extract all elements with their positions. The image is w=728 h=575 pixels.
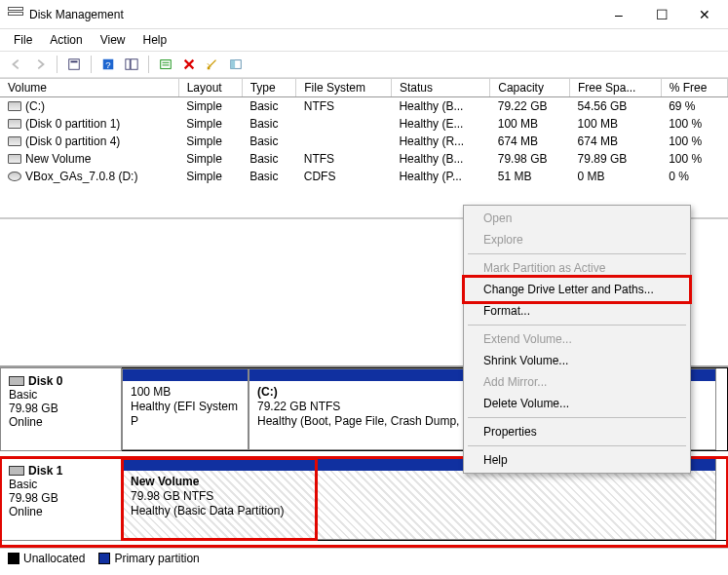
disk-icon bbox=[8, 119, 21, 129]
cell: Healthy (E... bbox=[391, 115, 489, 133]
cell: Healthy (R... bbox=[391, 133, 489, 150]
context-menu-item: Open bbox=[466, 208, 688, 229]
menu-separator bbox=[468, 417, 686, 418]
cell: 100 MB bbox=[490, 115, 570, 133]
disk-size: 79.98 GB bbox=[9, 402, 113, 415]
cell: NTFS bbox=[296, 97, 392, 116]
legend-unallocated: Unallocated bbox=[8, 552, 85, 565]
partition[interactable]: 100 MBHealthy (EFI System P bbox=[122, 368, 249, 450]
cell: Simple bbox=[178, 133, 242, 150]
disk-state: Online bbox=[9, 415, 113, 429]
context-menu-item[interactable]: Shrink Volume... bbox=[466, 350, 688, 371]
column-header[interactable]: Free Spa... bbox=[570, 79, 662, 97]
column-header[interactable]: Volume bbox=[0, 79, 178, 97]
table-row[interactable]: New VolumeSimpleBasicNTFSHealthy (B...79… bbox=[0, 150, 728, 168]
context-menu-item[interactable]: Help bbox=[466, 449, 688, 471]
hdd-icon bbox=[9, 466, 24, 476]
cell: Simple bbox=[178, 115, 242, 133]
svg-rect-1 bbox=[71, 61, 78, 63]
menubar: File Action View Help bbox=[0, 29, 728, 51]
partition-stripe bbox=[123, 459, 316, 471]
cell: Basic bbox=[242, 150, 296, 168]
properties-button[interactable] bbox=[202, 54, 223, 75]
toolbar-sep bbox=[148, 56, 149, 73]
partition-title: New Volume bbox=[131, 475, 199, 488]
disk-info[interactable]: Disk 0Basic79.98 GBOnline bbox=[0, 367, 122, 451]
disk-info[interactable]: Disk 1Basic79.98 GBOnline bbox=[0, 457, 122, 541]
cell: 100 % bbox=[661, 150, 727, 168]
disk-icon bbox=[8, 101, 21, 111]
svg-text:?: ? bbox=[105, 59, 110, 70]
context-menu-item[interactable]: Change Drive Letter and Paths... bbox=[466, 279, 688, 300]
cell: 100 MB bbox=[570, 115, 662, 133]
cell: 0 % bbox=[661, 168, 727, 185]
window-controls: – ☐ ✕ bbox=[597, 1, 726, 28]
minimize-button[interactable]: – bbox=[597, 1, 640, 28]
help-button[interactable]: ? bbox=[97, 54, 119, 75]
cell: Simple bbox=[178, 168, 242, 185]
cell: 54.56 GB bbox=[570, 97, 662, 116]
column-header[interactable]: Type bbox=[242, 79, 296, 97]
context-menu-item[interactable]: Delete Volume... bbox=[466, 393, 688, 414]
svg-rect-0 bbox=[69, 59, 80, 70]
cell: 79.98 GB bbox=[490, 150, 570, 168]
cell: Basic bbox=[242, 168, 296, 185]
cell: 0 MB bbox=[570, 168, 662, 185]
cell: 79.89 GB bbox=[570, 150, 662, 168]
close-button[interactable]: ✕ bbox=[683, 1, 726, 28]
cell: 69 % bbox=[661, 97, 727, 116]
disk-state: Online bbox=[9, 505, 113, 518]
svg-rect-9 bbox=[231, 60, 235, 69]
maximize-button[interactable]: ☐ bbox=[640, 1, 683, 28]
table-row[interactable]: VBox_GAs_7.0.8 (D:)SimpleBasicCDFSHealth… bbox=[0, 168, 728, 185]
partition-body: 100 MBHealthy (EFI System P bbox=[123, 381, 248, 449]
cell: New Volume bbox=[0, 150, 178, 168]
svg-rect-5 bbox=[131, 59, 137, 70]
menu-separator bbox=[468, 325, 686, 326]
refresh-button[interactable] bbox=[155, 54, 176, 75]
delete-button[interactable] bbox=[178, 54, 200, 75]
column-header[interactable]: File System bbox=[296, 79, 392, 97]
partition[interactable]: New Volume79.98 GB NTFSHealthy (Basic Da… bbox=[122, 458, 317, 540]
cell: VBox_GAs_7.0.8 (D:) bbox=[0, 168, 178, 185]
cell: Basic bbox=[242, 97, 296, 116]
partition-stripe bbox=[123, 369, 248, 381]
cell: 79.22 GB bbox=[490, 97, 570, 116]
menu-separator bbox=[468, 445, 686, 446]
context-menu-item: Extend Volume... bbox=[466, 328, 688, 350]
back-button[interactable] bbox=[6, 54, 27, 75]
column-header[interactable]: Status bbox=[391, 79, 489, 97]
disk-type: Basic bbox=[9, 478, 113, 491]
cell: Healthy (B... bbox=[391, 97, 489, 116]
context-menu-item: Add Mirror... bbox=[466, 371, 688, 393]
cell: 674 MB bbox=[490, 133, 570, 150]
menu-action[interactable]: Action bbox=[42, 31, 90, 49]
hdd-icon bbox=[9, 376, 24, 386]
table-row[interactable]: (Disk 0 partition 4)SimpleBasicHealthy (… bbox=[0, 133, 728, 150]
menu-file[interactable]: File bbox=[6, 31, 40, 49]
svg-rect-6 bbox=[161, 60, 172, 69]
table-row[interactable]: (C:)SimpleBasicNTFSHealthy (B...79.22 GB… bbox=[0, 97, 728, 116]
show-hide-tree-button[interactable] bbox=[121, 54, 142, 75]
partition-size: 79.98 GB NTFS bbox=[131, 489, 213, 503]
toolbar-sep bbox=[91, 56, 92, 73]
partition-view-button[interactable] bbox=[225, 54, 247, 75]
column-header[interactable]: Layout bbox=[178, 79, 242, 97]
context-menu-item[interactable]: Properties bbox=[466, 421, 688, 442]
table-row[interactable]: (Disk 0 partition 1)SimpleBasicHealthy (… bbox=[0, 115, 728, 133]
forward-button[interactable] bbox=[29, 54, 51, 75]
disk-label: Disk 0 bbox=[28, 374, 62, 388]
cell: Healthy (B... bbox=[391, 150, 489, 168]
column-header[interactable]: % Free bbox=[661, 79, 727, 97]
column-header[interactable]: Capacity bbox=[490, 79, 570, 97]
volume-list-pane: VolumeLayoutTypeFile SystemStatusCapacit… bbox=[0, 78, 728, 219]
app-icon bbox=[8, 7, 23, 22]
partition-size: 100 MB bbox=[131, 385, 171, 399]
partition-status: Healthy (Basic Data Partition) bbox=[131, 504, 284, 518]
context-menu-item[interactable]: Format... bbox=[466, 300, 688, 322]
cell: 100 % bbox=[661, 133, 727, 150]
view-settings-button[interactable] bbox=[63, 54, 85, 75]
menu-help[interactable]: Help bbox=[135, 31, 175, 49]
menu-view[interactable]: View bbox=[93, 31, 134, 49]
svg-rect-4 bbox=[126, 59, 130, 70]
